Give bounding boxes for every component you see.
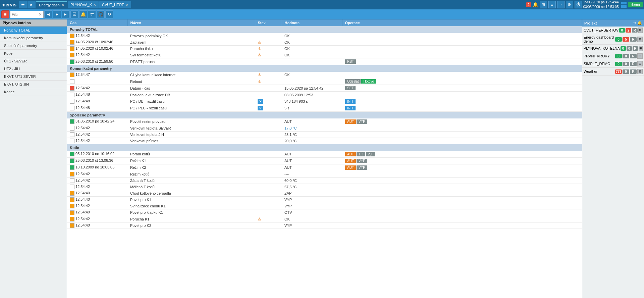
project-icon[interactable]: ⊞ (638, 28, 643, 33)
toolbar-bell-btn[interactable]: 🔔 (79, 10, 87, 18)
toolbar-end-btn[interactable]: ►| (62, 10, 70, 18)
upload-icon[interactable]: ↑ (621, 2, 627, 4)
project-icon[interactable]: ⊞ (637, 53, 643, 59)
table-row[interactable]: Reboot ⚠ OdeslatHotovo (67, 78, 582, 85)
table-row[interactable]: 25.03.2010 čt 13:08:36 Režim K1 AUT AUTV… (67, 157, 582, 164)
cell-name: Povel pro K1 (127, 197, 255, 203)
right-panel-project-row[interactable]: PRVNI_KROKY 0 0 R ⊞ (582, 52, 644, 60)
toolbar-headset-btn[interactable]: 🎧 (97, 10, 105, 18)
project-icon[interactable]: ⊞ (637, 37, 643, 42)
table-row[interactable]: 12:54:42 Provozni podmínky OK OK (67, 33, 582, 39)
screen-icon[interactable]: ⊞ (540, 1, 547, 8)
table-row[interactable]: 14.05.2020 čt 10:02:46 Porucha tlaku ⚠ O… (67, 46, 582, 52)
vyp-button[interactable]: VYP (357, 165, 367, 170)
sidebar-item-ut2[interactable]: ÚT2 - JIH (0, 65, 67, 73)
vyp-button[interactable]: VYP (357, 119, 367, 124)
table-row[interactable]: 12:54:42 Signalizace chodu K1 VYP (67, 203, 582, 209)
table-row[interactable]: 12:54:47 CHyba komunikace internet ⚠ OK (67, 72, 582, 78)
arrow-right-icon[interactable]: → (557, 1, 565, 8)
table-row[interactable]: 12:54:42 Venkovní teplota SEVER 17,0 °C (67, 125, 582, 131)
21-button[interactable]: 2,1 (366, 152, 375, 156)
odeslat-button[interactable]: Odeslat (345, 79, 361, 84)
project-icon[interactable]: ⊞ (639, 46, 643, 51)
nav-button[interactable]: ► (28, 1, 36, 8)
tab-close-energy[interactable]: ✕ (62, 3, 64, 7)
sidebar-item-komunikacni[interactable]: Komunikační parametry (0, 34, 67, 42)
bell-header-icon[interactable]: 🔔 (637, 21, 642, 25)
table-row[interactable]: 12:54:42 Venkovní průmer 20,0 °C (67, 138, 582, 144)
cell-stav (255, 92, 282, 98)
table-row[interactable]: 12:54:42 Datum - čas 15.05.2020 pá 12:54… (67, 85, 582, 92)
sidebar-item-kotle[interactable]: Kotle (0, 50, 67, 57)
cell-indicator: 12:54:42 (67, 216, 127, 222)
toolbar-prev-btn[interactable]: ◄ (44, 10, 52, 18)
tab-cvut[interactable]: CVUT_HERE ✕ (99, 1, 131, 8)
table-row[interactable]: 12:54:42 Venkovní teplota JIH 23,1 °C (67, 131, 582, 138)
right-panel-project-row[interactable]: Weather 773 0 R ⊞ (582, 68, 644, 76)
table-row[interactable]: 12:54:48 Poslední aktualizace DB 03.05.2… (67, 92, 582, 98)
status-indicator (70, 72, 74, 77)
table-row[interactable]: 12:54:42 Režim kotlů ---- (67, 171, 582, 177)
col-header-hodnota: Hodnota (282, 19, 342, 26)
aut-button[interactable]: AUT (345, 159, 356, 163)
sidebar-item-konec[interactable]: Konec (0, 88, 67, 96)
toolbar-sync-btn[interactable]: ⇄ (88, 10, 96, 18)
table-row[interactable]: 12:54:40 Povel pro K2 VYP (67, 222, 582, 229)
init-button[interactable]: INIT (345, 99, 356, 104)
download-icon[interactable]: ↓ (621, 5, 627, 8)
project-icon[interactable]: ⊞ (637, 69, 643, 74)
project-icon[interactable]: ⊞ (637, 61, 643, 66)
list-icon[interactable]: ≡ (548, 1, 556, 8)
init-button[interactable]: INIT (345, 106, 356, 110)
table-row[interactable]: 12:54:48 PC / PLC - rozdíl času ✕ 5 s IN… (67, 105, 582, 111)
toolbar-refresh-btn[interactable]: ↺ (105, 10, 113, 18)
right-panel-project-row[interactable]: PLYNOVA_KOTELNA 0 0 R ⊞ (582, 45, 644, 52)
tab-plynova[interactable]: PLYNOVA_K ✕ (68, 1, 99, 8)
table-row[interactable]: 12:54:40 Povel pro K1 VYP (67, 197, 582, 203)
sidebar-item-ekvt2[interactable]: EKVT. UT2 JIH (0, 81, 67, 88)
table-row[interactable]: 12:54:42 Měřená T kotlů 57,5 °C (67, 184, 582, 190)
hotovo-button[interactable]: Hotovo (361, 79, 376, 84)
user-button[interactable]: demo (628, 2, 643, 7)
warn-icon: ⚠ (258, 53, 261, 57)
table-row[interactable]: 12:54:42 Žádaná T kotlů 60,0 °C (67, 177, 582, 184)
project-name: Weather (584, 69, 614, 73)
table-row[interactable]: 12:54:42 Porucha K1 ⚠ OK (67, 216, 582, 222)
vyp-button[interactable]: VYP (357, 159, 367, 163)
square-btn[interactable]: ■ (1, 10, 9, 18)
expand-icon[interactable]: ⇥ (633, 21, 636, 25)
table-row[interactable]: 05.12.2010 ne 10:16:02 Pořadí kotlů AUT … (67, 151, 582, 158)
right-panel-project-row[interactable]: SIMPLE_DEMO 0 0 R ⊞ (582, 60, 644, 68)
sidebar-item-spolecne[interactable]: Společné parametry (0, 42, 67, 50)
table-row[interactable]: 25.03.2010 čt 21:59:50 RESET poruch RST (67, 58, 582, 65)
menu-button[interactable]: ☰ (19, 1, 27, 8)
toolbar-next-btn[interactable]: ► (53, 10, 61, 18)
settings-icon[interactable]: ⚙ (566, 1, 573, 8)
sidebar-item-ekvt1[interactable]: EKVT. UT1 SEVER (0, 73, 67, 81)
rst-button[interactable]: RST (345, 59, 356, 64)
table-row[interactable]: 12:54:42 SW termostat kotlu ⚠ OK (67, 52, 582, 58)
table-row[interactable]: 18.10.2009 ne 18:03:05 Režim K2 AUT AUTV… (67, 164, 582, 171)
right-panel-project-row[interactable]: Energy dashboard demo 0 5 R ⊞ (582, 34, 644, 45)
table-row[interactable]: 14.05.2020 čt 10:02:46 Zaplavení ⚠ OK (67, 39, 582, 46)
toolbar-check-btn[interactable]: ☑ (70, 10, 78, 18)
cell-stav: ⚠ (255, 52, 282, 58)
filter-input[interactable] (12, 12, 39, 16)
table-row[interactable]: 12:54:40 Povel pro klapku K1 OTV (67, 209, 582, 216)
filter-clear-button[interactable]: ✕ (39, 12, 42, 17)
power-icon[interactable]: ⏻ (575, 1, 582, 8)
aut-button[interactable]: AUT (345, 165, 356, 170)
sidebar-item-poruchy[interactable]: Poruchy TOTAL (0, 27, 67, 34)
table-row[interactable]: 12:54:40 Chod kotlového cerpadla ZAP (67, 190, 582, 197)
right-panel-project-row[interactable]: CVUT_HERBERTOV 0 2 R ⊞ (582, 27, 644, 34)
sidebar-item-ut1[interactable]: ÚT1 - SEVER (0, 57, 67, 65)
table-row[interactable]: 12:54:48 PC / DB - rozdíl času ✕ 348 184… (67, 98, 582, 105)
table-row[interactable]: 31.05.2010 po 18:42:24 Povolit rezim pro… (67, 118, 582, 125)
tab-close-plynova[interactable]: ✕ (93, 3, 96, 7)
tab-energy-dashboard[interactable]: Energy dashi ✕ (36, 1, 67, 8)
set-button[interactable]: SET (345, 86, 356, 90)
12-button[interactable]: 1,2 (357, 152, 365, 156)
aut-button[interactable]: AUT (345, 152, 356, 156)
aut-button[interactable]: AUT (345, 119, 356, 124)
tab-close-cvut[interactable]: ✕ (126, 3, 128, 7)
